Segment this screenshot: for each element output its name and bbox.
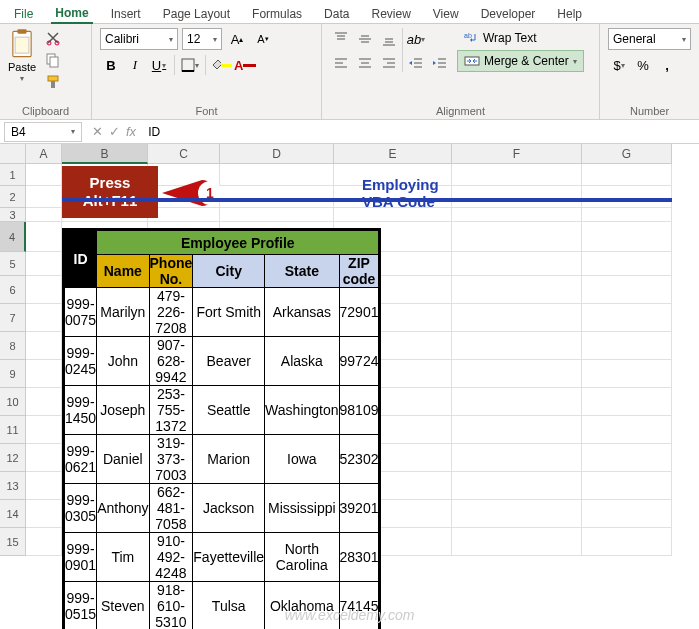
cell[interactable] [26,528,62,556]
cell[interactable] [334,164,452,186]
cell[interactable] [582,360,672,388]
font-size-combo[interactable]: 12▾ [182,28,222,50]
cell[interactable] [334,528,452,556]
increase-font-button[interactable]: A▴ [226,28,248,50]
paste-button[interactable]: Paste ▾ [8,28,36,83]
menu-developer[interactable]: Developer [477,5,540,23]
cell[interactable] [220,222,334,252]
row-header-9[interactable]: 9 [0,360,26,388]
cell[interactable] [148,276,220,304]
select-all-corner[interactable] [0,144,26,164]
row-header-1[interactable]: 1 [0,164,26,186]
col-header-a[interactable]: A [26,144,62,164]
cell[interactable] [334,208,452,222]
cell[interactable] [220,304,334,332]
cell[interactable] [220,276,334,304]
cell[interactable] [582,472,672,500]
cell[interactable] [452,444,582,472]
cell[interactable] [334,500,452,528]
row-header-4[interactable]: 4 [0,222,26,252]
cell[interactable] [62,500,148,528]
cell[interactable] [582,416,672,444]
confirm-formula-icon[interactable]: ✓ [109,124,120,139]
cell[interactable] [62,332,148,360]
cell[interactable] [452,388,582,416]
cell[interactable] [452,500,582,528]
cell-city[interactable]: Tulsa [193,582,265,630]
cell[interactable] [62,472,148,500]
percent-button[interactable]: % [632,54,654,76]
menu-data[interactable]: Data [320,5,353,23]
cell[interactable] [452,222,582,252]
cell[interactable] [582,332,672,360]
cell[interactable] [452,276,582,304]
underline-button[interactable]: U▾ [148,54,170,76]
menu-page-layout[interactable]: Page Layout [159,5,234,23]
cell[interactable] [582,276,672,304]
format-painter-button[interactable] [42,72,64,92]
cell[interactable] [452,252,582,276]
row-header-10[interactable]: 10 [0,388,26,416]
cell[interactable] [582,164,672,186]
cell[interactable] [62,276,148,304]
col-header-f[interactable]: F [452,144,582,164]
cell[interactable] [582,500,672,528]
menu-view[interactable]: View [429,5,463,23]
cell[interactable] [26,472,62,500]
cell[interactable] [334,304,452,332]
cell[interactable] [452,416,582,444]
cell[interactable] [452,360,582,388]
italic-button[interactable]: I [124,54,146,76]
col-header-b[interactable]: B [62,144,148,164]
col-header-e[interactable]: E [334,144,452,164]
col-header-d[interactable]: D [220,144,334,164]
cell[interactable] [452,164,582,186]
cell[interactable] [220,388,334,416]
row-header-7[interactable]: 7 [0,304,26,332]
decrease-indent-button[interactable] [405,52,427,74]
cut-button[interactable] [42,28,64,48]
cell[interactable] [62,528,148,556]
cell[interactable] [220,360,334,388]
cell[interactable] [452,472,582,500]
cell[interactable] [148,222,220,252]
cell[interactable] [220,528,334,556]
cell[interactable] [334,276,452,304]
cell[interactable] [26,164,62,186]
cell[interactable] [220,416,334,444]
align-left-button[interactable] [330,52,352,74]
orientation-button[interactable]: ab▾ [405,28,427,50]
cell[interactable] [62,444,148,472]
row-header-12[interactable]: 12 [0,444,26,472]
name-box[interactable]: B4▾ [4,122,82,142]
cell[interactable] [148,332,220,360]
cell[interactable] [26,416,62,444]
menu-formulas[interactable]: Formulas [248,5,306,23]
cell[interactable] [148,528,220,556]
cell[interactable] [148,416,220,444]
cell[interactable] [26,186,62,208]
cell-zip[interactable]: 74145 [339,582,379,630]
menu-review[interactable]: Review [367,5,414,23]
cell[interactable] [334,416,452,444]
cell[interactable] [62,222,148,252]
cell[interactable] [26,208,62,222]
cell[interactable] [452,304,582,332]
cell[interactable] [334,186,452,208]
cell[interactable] [334,444,452,472]
row-header-15[interactable]: 15 [0,528,26,556]
cell[interactable] [26,332,62,360]
fx-icon[interactable]: fx [126,124,136,139]
wrap-text-button[interactable]: abWrap Text [457,28,584,48]
cell[interactable] [582,388,672,416]
font-name-combo[interactable]: Calibri▾ [100,28,178,50]
cell[interactable] [148,472,220,500]
cell[interactable] [220,472,334,500]
row-header-5[interactable]: 5 [0,252,26,276]
menu-help[interactable]: Help [553,5,586,23]
cell[interactable] [26,304,62,332]
cell[interactable] [452,208,582,222]
cell[interactable] [148,360,220,388]
cell[interactable] [26,252,62,276]
font-color-button[interactable]: A [234,54,256,76]
